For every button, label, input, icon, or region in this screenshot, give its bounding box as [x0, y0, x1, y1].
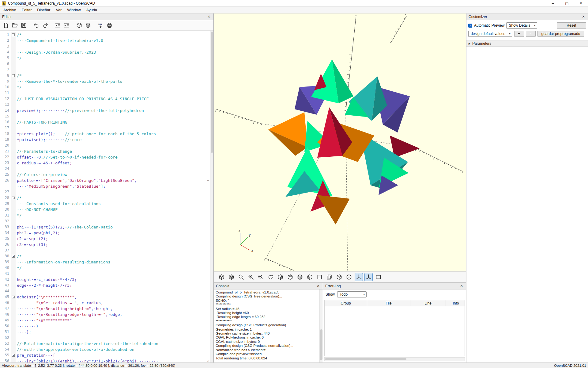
errorlog-column-info[interactable]: Info	[446, 300, 466, 306]
errorlog-scrollbar[interactable]	[324, 357, 465, 361]
undo-button[interactable]	[32, 21, 40, 29]
parameters-section-header[interactable]: ▶ Parameters	[466, 40, 588, 47]
close-icon[interactable]: ✕	[316, 284, 321, 288]
automatic-preview-checkbox[interactable]: ✓	[468, 24, 472, 28]
fold-marker-icon[interactable]: -	[12, 197, 15, 199]
code-line-54: 54//·with·the·appropiate·vertices·of·a·d…	[0, 347, 210, 352]
menu-ver[interactable]: Ver	[53, 7, 64, 13]
console-panel-title: Consola	[216, 284, 229, 288]
show-scale-markers-button[interactable]	[364, 273, 373, 281]
fold-margin	[11, 183, 16, 189]
line-number: 44	[0, 288, 11, 294]
send-to-printer-button[interactable]	[105, 21, 114, 29]
preview-button[interactable]	[75, 21, 83, 29]
view-center-button[interactable]	[345, 273, 353, 281]
menu-ayuda[interactable]: Ayuda	[84, 7, 100, 13]
fold-marker-icon[interactable]: -	[12, 255, 15, 258]
view-bottom-button[interactable]	[296, 273, 304, 281]
fold-margin	[11, 189, 16, 195]
line-number: 49	[0, 317, 11, 323]
save-preset-button[interactable]: guardar preprogramado	[537, 31, 584, 37]
code-text: ········"\n·Resulting·height·=",·height,	[16, 306, 113, 312]
view-diagonal-button[interactable]	[335, 273, 343, 281]
minimize-icon[interactable]: –	[546, 0, 560, 6]
line-number: 10	[0, 84, 11, 90]
redo-button[interactable]	[41, 21, 49, 29]
console-line: Compiling design (CSG Tree generation)..…	[216, 294, 318, 298]
close-icon[interactable]: ✕	[581, 15, 586, 19]
render-button[interactable]	[84, 21, 92, 29]
export-stl-button[interactable]: STL	[96, 21, 105, 29]
scrollbar-thumb[interactable]	[320, 329, 322, 360]
code-line-34: 34phi2·=·pow(phi,2);	[0, 230, 210, 236]
open-document-button[interactable]	[11, 21, 19, 29]
code-line-24: 24	[0, 166, 210, 172]
fold-marker-icon[interactable]: -	[12, 74, 15, 77]
code-editor[interactable]: 1-/*2····Compound·of·five·tetrahedra·v1.…	[0, 31, 213, 362]
unindent-button[interactable]	[54, 21, 62, 29]
orthogonal-view-button[interactable]	[374, 273, 383, 281]
zoom-in-button[interactable]	[247, 273, 255, 281]
close-icon[interactable]: ✕	[574, 0, 588, 6]
view-right-button[interactable]	[276, 273, 285, 281]
errorlog-column-line[interactable]: Line	[410, 300, 446, 306]
zoom-all-button[interactable]	[237, 273, 245, 281]
save-document-button[interactable]	[20, 21, 28, 29]
new-document-button[interactable]	[2, 21, 10, 29]
render-button[interactable]	[227, 273, 236, 281]
errorlog-column-group[interactable]: Group	[325, 300, 367, 306]
fold-margin	[11, 96, 16, 102]
viewport-status-text: Viewport: translate = [ -2.52 -3.77 0.23…	[2, 364, 175, 367]
line-number: 8	[0, 73, 11, 79]
menu-archivo[interactable]: Archivo	[1, 7, 19, 13]
fold-margin	[11, 108, 16, 113]
show-details-dropdown[interactable]: Show Details ▾	[506, 22, 537, 29]
errorlog-filter-dropdown[interactable]: Todo ▾	[337, 291, 367, 297]
line-number: 30	[0, 207, 11, 213]
view-left-button[interactable]	[306, 273, 314, 281]
preview-button[interactable]	[217, 273, 226, 281]
close-icon[interactable]: ✕	[206, 15, 211, 19]
console-scrollbar[interactable]	[319, 289, 323, 362]
view-back-button[interactable]	[325, 273, 334, 281]
viewport-3d[interactable]: zyx	[214, 13, 466, 271]
scrollbar-thumb[interactable]	[211, 32, 213, 153]
reset-view-button[interactable]	[266, 273, 275, 281]
code-text	[16, 288, 17, 294]
maximize-icon[interactable]: ▢	[560, 0, 574, 6]
show-axes-button[interactable]	[355, 273, 363, 281]
indent-button[interactable]	[62, 21, 71, 29]
fold-margin	[11, 44, 16, 49]
code-line-21: 21//·Parameters·to·change	[0, 148, 210, 154]
code-text: ········"\nSet·radius·=·",·c_radius,	[16, 300, 103, 306]
add-preset-button[interactable]: +	[514, 31, 524, 37]
menu-window[interactable]: Window	[64, 7, 83, 13]
errorlog-filter-row: Show Todo ▾	[323, 289, 466, 299]
line-number: 41	[0, 271, 11, 277]
viewport-render: zyx	[214, 13, 466, 271]
fold-marker-icon[interactable]: -	[12, 33, 15, 36]
console-line: Compiling design (CSG Products generatio…	[216, 323, 318, 327]
reset-button[interactable]: Reset	[557, 22, 586, 29]
view-top-button[interactable]	[286, 273, 294, 281]
fold-marker-icon[interactable]: -	[12, 296, 15, 298]
editor-scrollbar[interactable]	[210, 31, 213, 362]
remove-preset-button[interactable]: -	[526, 31, 536, 37]
preset-dropdown[interactable]: design default values ▾	[468, 31, 512, 37]
fold-marker-icon[interactable]: -	[12, 354, 15, 357]
fold-margin: -	[11, 195, 16, 201]
errorlog-column-file[interactable]: File	[367, 300, 410, 306]
window-title: Compound_of_5_Tetrahedra_v1.0.scad - Ope…	[8, 1, 95, 6]
view-front-button[interactable]	[315, 273, 324, 281]
scrollbar-thumb[interactable]	[325, 358, 406, 360]
console-line: ***********"	[216, 319, 318, 323]
code-line-26: 26palette·=·["Crimson","DarkOrange","Lig…	[0, 178, 210, 183]
close-icon[interactable]: ✕	[459, 284, 464, 288]
menu-diseñar[interactable]: Diseñar	[34, 7, 53, 13]
code-line-41: 41	[0, 271, 210, 277]
svg-text:y: y	[249, 233, 251, 237]
menu-editar[interactable]: Editar	[19, 7, 35, 13]
code-line-26-wrap: ····"MediumSpringGreen","SlateBlue"];	[0, 183, 210, 189]
fold-margin	[11, 247, 16, 253]
zoom-out-button[interactable]	[257, 273, 265, 281]
